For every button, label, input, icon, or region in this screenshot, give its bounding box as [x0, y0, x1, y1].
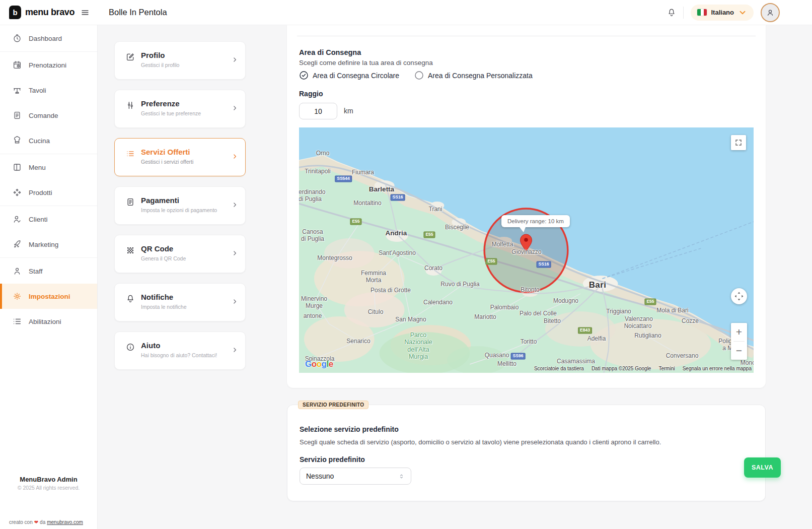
settings-card-subtitle: Genera il QR Code — [141, 255, 186, 261]
footer-credit-link[interactable]: menubravo.com — [47, 519, 83, 525]
language-label: Italiano — [711, 9, 734, 16]
settings-card-subtitle: Gestisci il profilo — [141, 62, 179, 68]
default-service-select[interactable]: Nessuno — [300, 468, 411, 485]
save-button[interactable]: SALVA — [744, 457, 781, 478]
brand-logo-text: menu bravo — [25, 7, 75, 18]
map-attribution-item: Dati mappa ©2025 Google — [592, 366, 651, 371]
heart-icon: ❤ — [34, 519, 38, 525]
app-root: b menu bravo Bolle In Pentola Italiano D… — [0, 0, 812, 529]
topbar-divider — [683, 7, 684, 19]
user-icon — [766, 8, 775, 17]
sidebar-item-prenotazioni[interactable]: Prenotazioni — [0, 52, 97, 78]
chef-icon — [13, 136, 22, 145]
radio-custom-area[interactable]: Area di Consegna Personalizzata — [414, 71, 533, 80]
map-fullscreen-button[interactable] — [731, 135, 746, 150]
sidebar-item-cucina[interactable]: Cucina — [0, 128, 97, 153]
table-icon — [13, 86, 22, 95]
settings-card-subtitle: Gestisci le tue preferenze — [141, 110, 201, 116]
listbul-icon — [126, 149, 135, 158]
sidebar-item-comande[interactable]: Comande — [0, 103, 97, 128]
delivery-area-options: Area di Consegna Circolare Area di Conse… — [299, 71, 533, 80]
radio-checked-icon — [299, 71, 309, 80]
map-pan-control[interactable] — [731, 288, 747, 304]
settings-card-profilo[interactable]: ProfiloGestisci il profilo — [114, 41, 246, 80]
radio-custom-label: Area di Consegna Personalizzata — [428, 72, 533, 80]
gear-icon — [13, 292, 22, 301]
sidebar-group: Dashboard — [0, 25, 97, 52]
fullscreen-icon — [734, 139, 743, 147]
delivery-range-tooltip-text: Delivery range: 10 km — [507, 218, 564, 224]
zoom-in-button[interactable]: + — [731, 323, 747, 341]
settings-card-preferenze[interactable]: PreferenzeGestisci le tue preferenze — [114, 90, 246, 128]
footer-credit-mid: da — [40, 519, 45, 525]
radius-label: Raggio — [299, 90, 323, 98]
settings-card-subtitle: Imposta le opzioni di pagamento — [141, 207, 217, 213]
chevron-right-icon — [232, 201, 238, 210]
sidebar-item-label: Prenotazioni — [29, 61, 66, 69]
settings-card-title: Aiuto — [141, 341, 217, 351]
settings-card-notifiche[interactable]: NotificheImposta le notifiche — [114, 283, 246, 321]
chevron-right-icon — [232, 249, 238, 258]
notifications-button[interactable] — [667, 8, 676, 17]
sidebar-item-dashboard[interactable]: Dashboard — [0, 26, 97, 51]
zoom-out-button[interactable]: − — [731, 342, 747, 360]
sidebar-footer: MenuBravo Admin © 2025 All rights reserv… — [0, 473, 97, 529]
default-service-description: Scegli quale scheda di servizio (asporto… — [300, 438, 661, 446]
default-service-panel: SERVIZIO PREDEFINITO Selezione servizio … — [287, 405, 766, 501]
chevron-right-icon — [232, 298, 238, 307]
sidebar-item-label: Cucina — [29, 137, 50, 145]
default-service-title: Selezione servizio predefinito — [300, 425, 399, 433]
hamburger-icon — [81, 8, 90, 17]
footer-app-name: MenuBravo Admin — [0, 473, 97, 483]
settings-card-pagamenti[interactable]: PagamentiImposta le opzioni di pagamento — [114, 186, 246, 225]
sidebar-item-impostazioni[interactable]: Impostazioni — [0, 284, 97, 309]
map-attribution-item[interactable]: Segnala un errore nella mappa — [683, 366, 752, 371]
section-divider — [297, 36, 756, 36]
diamonds-icon — [13, 188, 22, 197]
sidebar-item-label: Menu — [29, 164, 46, 171]
sidebar-nav: DashboardPrenotazioniTavoliComandeCucina… — [0, 25, 97, 335]
radius-input[interactable] — [299, 103, 337, 119]
user-avatar-button[interactable] — [761, 3, 780, 22]
user-check-icon — [13, 215, 22, 224]
radius-unit: km — [344, 107, 353, 115]
chevron-right-icon — [232, 56, 238, 65]
google-logo[interactable]: Google — [305, 359, 333, 369]
sidebar-item-prodotti[interactable]: Prodotti — [0, 180, 97, 205]
radio-circular-area[interactable]: Area di Consegna Circolare — [299, 71, 399, 80]
default-service-value: Nessuno — [306, 472, 334, 480]
sidebar-group: ClientiMarketing — [0, 206, 97, 258]
sidebar-item-label: Impostazioni — [29, 293, 70, 300]
map-attribution: Scorciatoie da tastieraDati mappa ©2025 … — [534, 366, 752, 371]
info-icon — [126, 343, 135, 352]
sidebar-item-tavoli[interactable]: Tavoli — [0, 78, 97, 103]
sidebar-group: PrenotazioniTavoliComandeCucina — [0, 52, 97, 154]
settings-card-subtitle: Gestisci i servizi offerti — [141, 159, 193, 165]
select-chevrons-icon — [398, 473, 405, 480]
listcheck-icon — [13, 317, 22, 326]
sidebar-toggle-button[interactable] — [79, 6, 92, 19]
map-attribution-item[interactable]: Scorciatoie da tastiera — [534, 366, 584, 371]
sidebar-item-label: Marketing — [29, 241, 58, 248]
settings-card-qr-code[interactable]: QR CodeGenera il QR Code — [114, 235, 246, 273]
delivery-map[interactable]: OrnoTrinitapoliFiumaraSS544Ferdinando di… — [299, 127, 754, 373]
brand-logo[interactable]: b menu bravo — [9, 6, 75, 19]
chevron-right-icon — [232, 153, 238, 162]
calendar-icon — [13, 60, 22, 70]
sidebar-item-staff[interactable]: Staff — [0, 258, 97, 284]
sidebar-item-menu[interactable]: Menu — [0, 155, 97, 180]
sidebar-item-label: Comande — [29, 112, 58, 119]
map-attribution-item[interactable]: Termini — [658, 366, 675, 371]
sidebar-item-label: Tavoli — [29, 87, 46, 94]
sidebar-item-clienti[interactable]: Clienti — [0, 207, 97, 232]
sidebar-item-abilitazioni[interactable]: Abilitazioni — [0, 309, 97, 334]
sidebar-group: StaffImpostazioniAbilitazioni — [0, 258, 97, 335]
settings-card-servizi-offerti[interactable]: Servizi OffertiGestisci i servizi offert… — [114, 138, 246, 176]
settings-card-title: Pagamenti — [141, 195, 217, 206]
sidebar-item-marketing[interactable]: Marketing — [0, 232, 97, 257]
settings-card-title: Notifiche — [141, 292, 186, 302]
book-icon — [13, 163, 22, 172]
default-service-chip: SERVIZIO PREDEFINITO — [298, 401, 368, 409]
settings-card-aiuto[interactable]: AiutoHai bisogno di aiuto? Contattaci! — [114, 332, 246, 370]
language-selector[interactable]: Italiano — [691, 5, 754, 21]
